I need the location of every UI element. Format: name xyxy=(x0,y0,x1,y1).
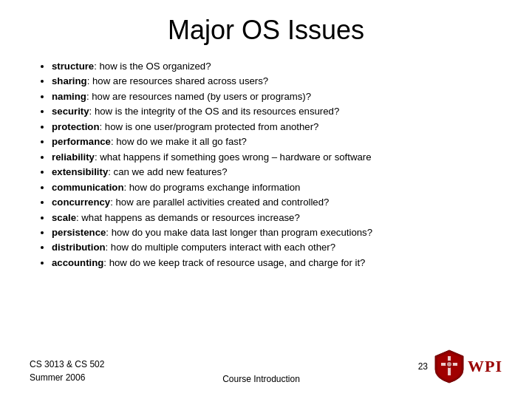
footer-course-title: Course Introduction xyxy=(222,374,300,384)
svg-point-3 xyxy=(447,362,451,366)
list-item: extensibility: can we add new features? xyxy=(52,165,502,180)
list-item: protection: how is one user/program prot… xyxy=(52,120,502,134)
list-item: reliability: what happens if something g… xyxy=(52,150,502,165)
list-item: performance: how do we make it all go fa… xyxy=(52,134,502,149)
footer-course-info: CS 3013 & CS 502 Summer 2006 xyxy=(30,358,104,384)
bullet-list: structure: how is the OS organized?shari… xyxy=(30,59,502,338)
wpi-shield-icon xyxy=(434,349,465,384)
list-item: structure: how is the OS organized? xyxy=(52,59,502,74)
list-item: persistence: how do you make data last l… xyxy=(52,225,502,240)
list-item: accounting: how do we keep track of reso… xyxy=(52,256,502,270)
page-number: 23 xyxy=(418,361,428,372)
wpi-logo: WPI xyxy=(434,349,502,384)
footer-right: 23 WPI xyxy=(418,349,502,384)
list-item: communication: how do programs exchange … xyxy=(52,180,502,195)
list-item: security: how is the integrity of the OS… xyxy=(52,104,502,119)
list-item: concurrency: how are parallel activities… xyxy=(52,195,502,210)
slide-title: Major OS Issues xyxy=(30,15,502,46)
slide: Major OS Issues structure: how is the OS… xyxy=(0,0,532,399)
list-item: sharing: how are resources shared across… xyxy=(52,74,502,89)
list-item: distribution: how do multiple computers … xyxy=(52,240,502,255)
footer-course-line1: CS 3013 & CS 502 xyxy=(30,358,104,371)
list-item: scale: what happens as demands or resour… xyxy=(52,211,502,225)
footer: CS 3013 & CS 502 Summer 2006 Course Intr… xyxy=(30,346,502,384)
wpi-text-icon: WPI xyxy=(468,357,502,376)
footer-course-line2: Summer 2006 xyxy=(30,371,104,384)
list-item: naming: how are resources named (by user… xyxy=(52,89,502,104)
